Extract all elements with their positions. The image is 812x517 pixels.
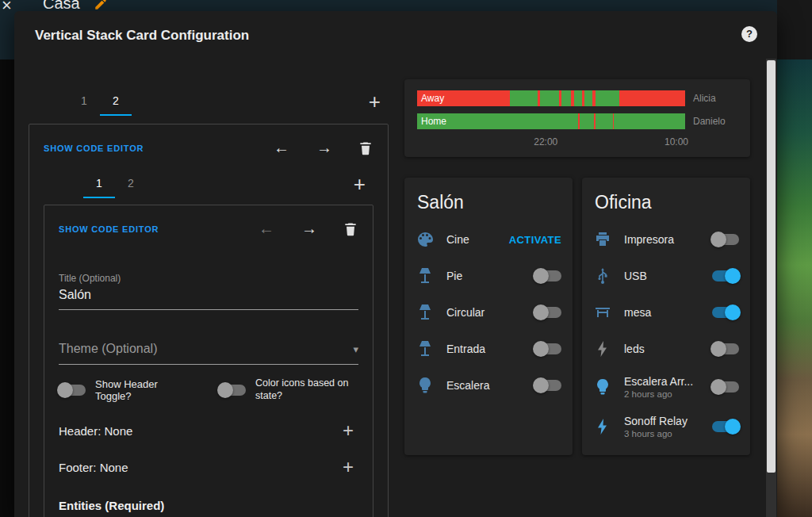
entity-name: Escalera Arr... [624, 375, 693, 388]
salon-card: Salón Cine ACTIVATE Pie [404, 178, 573, 455]
history-bar-alicia: Away [417, 90, 685, 106]
title-input[interactable]: Salón [59, 284, 358, 310]
close-icon[interactable]: × [2, 0, 12, 16]
entity-row-sonoff-relay: Sonoff Relay 3 hours ago [582, 407, 750, 446]
title-field[interactable]: Title (Optional) Salón [59, 273, 358, 310]
flash-icon [593, 417, 612, 436]
card-editor: 1 2 + SHOW CODE EDITOR ← → 1 2 + SH [29, 87, 389, 517]
outer-card-tabs: 1 2 + [29, 87, 389, 116]
floor-lamp-icon [416, 339, 435, 358]
entity-name: leds [624, 343, 645, 355]
entity-name: mesa [624, 306, 651, 319]
palette-icon [416, 230, 435, 249]
entity-row-escalera: Escalera [404, 367, 573, 404]
entity-name: Sonoff Relay [624, 415, 688, 427]
move-card-left-icon[interactable]: ← [274, 139, 289, 157]
inner-tab-2[interactable]: 2 [115, 170, 147, 198]
toggle-circular[interactable] [534, 307, 561, 318]
color-icons-toggle[interactable] [219, 385, 246, 396]
entity-row-mesa: mesa [582, 294, 750, 331]
chevron-down-icon: ▾ [353, 343, 358, 355]
toggle-entrada[interactable] [534, 343, 561, 354]
toggle-leds[interactable] [712, 343, 739, 354]
entity-name: Entrada [446, 343, 485, 355]
entity-cards: Salón Cine ACTIVATE Pie [404, 178, 750, 455]
dialog-title: Vertical Stack Card Configuration [35, 28, 249, 44]
entity-row-entrada: Entrada [404, 331, 573, 367]
history-entity-name: Danielo [685, 116, 737, 127]
toggle-usb[interactable] [712, 270, 739, 281]
toggle-escalera[interactable] [534, 380, 561, 391]
entity-name: Cine [446, 233, 469, 246]
inner-card-tabs: 1 2 + [44, 170, 373, 198]
outer-editor-toolbar: SHOW CODE EDITOR ← → [44, 139, 373, 157]
editor-toggles: Show Header Toggle? Color icons based on… [59, 377, 358, 402]
entity-last-changed: 3 hours ago [624, 429, 688, 438]
entity-name: USB [624, 270, 647, 282]
header-row-label: Header: None [59, 424, 132, 438]
color-icons-toggle-label: Color icons based on state? [255, 377, 358, 402]
inner-tab-1[interactable]: 1 [83, 170, 115, 198]
history-bar-danielo: Home [417, 113, 685, 129]
history-state-label: Away [421, 93, 444, 104]
entity-row-usb: USB [582, 258, 750, 294]
add-header-button[interactable]: + [343, 423, 354, 438]
delete-card-icon[interactable] [343, 221, 358, 237]
toggle-escalera-arriba[interactable] [712, 381, 739, 393]
printer-icon [593, 230, 612, 249]
move-card-right-icon[interactable]: → [316, 139, 332, 157]
show-header-toggle-label: Show Header Toggle? [95, 378, 186, 402]
footer-row: Footer: None + [59, 459, 358, 475]
entity-row-pie: Pie [404, 258, 573, 294]
outer-tab-2[interactable]: 2 [100, 87, 132, 116]
outer-tab-1[interactable]: 1 [68, 87, 100, 116]
flash-icon [593, 339, 612, 358]
help-icon[interactable]: ? [741, 26, 757, 42]
move-card-left-icon[interactable]: ← [259, 220, 274, 238]
scrollbar-thumb[interactable] [767, 60, 776, 473]
backdrop-corner [777, 0, 812, 59]
move-card-right-icon[interactable]: → [301, 220, 317, 238]
title-field-label: Title (Optional) [59, 273, 358, 284]
card-title: Salón [404, 178, 573, 221]
header-row: Header: None + [59, 423, 358, 438]
table-icon [593, 303, 612, 322]
history-row: Away Alicia [417, 90, 737, 106]
entity-name: Pie [446, 270, 462, 282]
toggle-pie[interactable] [534, 270, 561, 281]
entity-row-circular: Circular [404, 294, 573, 331]
oficina-card: Oficina Impresora USB [582, 178, 750, 455]
entity-name: Impresora [624, 233, 674, 246]
entity-name: Circular [446, 306, 485, 319]
floor-lamp-icon [416, 303, 435, 322]
entity-row-cine: Cine ACTIVATE [404, 221, 573, 258]
history-row: Home Danielo [417, 113, 737, 129]
background-photo [777, 59, 812, 517]
theme-select[interactable]: Theme (Optional) ▾ [59, 342, 358, 365]
theme-select-label: Theme (Optional) [59, 342, 158, 356]
toggle-mesa[interactable] [712, 307, 739, 318]
history-time-axis: 22:00 10:00 [417, 136, 685, 149]
toggle-impresora[interactable] [712, 234, 739, 245]
outer-card-editor-box: SHOW CODE EDITOR ← → 1 2 + SHOW CODE EDI… [29, 124, 389, 517]
floor-lamp-icon [416, 266, 435, 285]
usb-icon [593, 266, 612, 285]
add-card-button[interactable]: + [369, 94, 381, 109]
entities-heading: Entities (Required) [59, 499, 358, 512]
history-entity-name: Alicia [685, 93, 737, 104]
time-tick: 10:00 [665, 136, 688, 147]
entity-last-changed: 2 hours ago [624, 389, 693, 399]
entity-row-impresora: Impresora [582, 221, 750, 258]
add-inner-card-button[interactable]: + [354, 176, 366, 192]
toggle-sonoff-relay[interactable] [712, 421, 739, 432]
dialog-scrollbar[interactable] [766, 59, 776, 517]
add-footer-button[interactable]: + [343, 459, 354, 475]
lightbulb-icon [416, 376, 435, 395]
entity-row-escalera-arriba: Escalera Arr... 2 hours ago [582, 367, 750, 407]
activate-button[interactable]: ACTIVATE [509, 234, 561, 246]
show-code-editor-link[interactable]: SHOW CODE EDITOR [59, 224, 159, 234]
entity-row-leds: leds [582, 331, 750, 367]
show-header-toggle[interactable] [59, 385, 86, 396]
delete-card-icon[interactable] [358, 140, 373, 156]
show-code-editor-link[interactable]: SHOW CODE EDITOR [44, 144, 144, 153]
